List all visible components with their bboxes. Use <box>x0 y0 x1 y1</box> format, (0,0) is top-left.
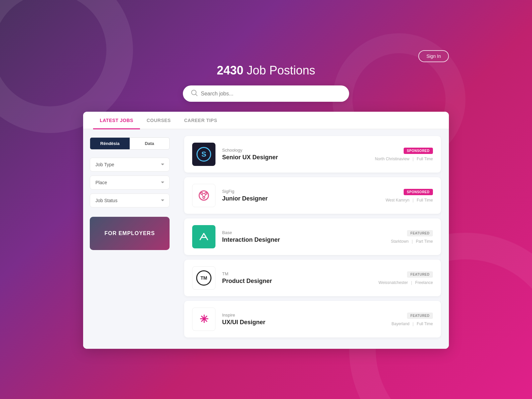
company-logo <box>192 225 215 248</box>
company-logo: S <box>192 143 215 166</box>
svg-point-4 <box>205 193 207 195</box>
svg-line-6 <box>202 195 203 197</box>
tab-career-tips[interactable]: CAREER TIPS <box>178 112 224 129</box>
job-info: Schoology Senior UX Designer <box>222 148 375 161</box>
company-name: Base <box>222 230 391 235</box>
job-card[interactable]: S Schoology Senior UX Designer SPONSORED… <box>184 136 441 173</box>
separator: | <box>413 322 414 326</box>
svg-line-7 <box>204 195 206 197</box>
job-location: Bayerland | Full Time <box>391 322 433 326</box>
job-card[interactable]: ✳ Inspire UX/UI Designer FEATURED Bayerl… <box>184 301 441 337</box>
job-title: UX/UI Designer <box>222 319 391 326</box>
svg-point-5 <box>203 197 205 199</box>
sort-toggle-group: Rëndësia Data <box>90 137 170 150</box>
job-title: Senior UX Designer <box>222 154 375 161</box>
header-section: Sign In 2430 Job Postions <box>83 50 449 112</box>
company-logo: TM <box>192 266 215 290</box>
job-title: Product Designer <box>222 278 378 285</box>
company-logo: ✳ <box>192 308 215 331</box>
svg-point-3 <box>201 193 203 195</box>
job-meta: SPONSORED North Christinaview | Full Tim… <box>375 148 433 161</box>
main-container: Sign In 2430 Job Postions LATEST JOBS CO… <box>83 50 449 349</box>
company-name: Inspire <box>222 313 391 318</box>
job-meta: FEATURED Weissnatchester | Freelance <box>378 271 433 285</box>
tabs-bar: LATEST JOBS COURSES CAREER TIPS <box>83 112 449 129</box>
job-type-filter[interactable]: Job Type Full Time Part Time Freelance <box>90 158 170 172</box>
white-panel: LATEST JOBS COURSES CAREER TIPS Rëndësia… <box>83 112 449 349</box>
job-info: TM Product Designer <box>222 271 378 285</box>
search-input[interactable] <box>201 91 341 97</box>
search-bar <box>183 85 349 102</box>
search-wrapper <box>83 85 449 102</box>
tm-icon: TM <box>196 270 211 286</box>
place-filter[interactable]: Place <box>90 176 170 190</box>
hero-subtitle: Job Postions <box>243 64 315 77</box>
job-badge: FEATURED <box>407 271 433 278</box>
job-meta: FEATURED Bayerland | Full Time <box>391 313 433 326</box>
separator: | <box>411 280 412 285</box>
tab-courses[interactable]: COURSES <box>140 112 178 129</box>
job-location: North Christinaview | Full Time <box>375 157 433 161</box>
hero-title: 2430 Job Postions <box>83 64 449 77</box>
company-logo <box>192 184 215 207</box>
job-badge: FEATURED <box>407 230 433 236</box>
job-location: Weissnatchester | Freelance <box>378 280 433 285</box>
job-count: 2430 <box>217 64 243 77</box>
job-location: West Kamryn | Full Time <box>386 198 433 202</box>
inspire-icon: ✳ <box>200 313 208 326</box>
job-card[interactable]: SigFig Junior Designer SPONSORED West Ka… <box>184 177 441 214</box>
job-card[interactable]: Base Interaction Designer FEATURED Stark… <box>184 218 441 255</box>
job-meta: SPONSORED West Kamryn | Full Time <box>386 189 433 202</box>
job-info: Base Interaction Designer <box>222 230 391 243</box>
sidebar: Rëndësia Data Job Type Full Time Part Ti… <box>83 129 176 349</box>
job-info: Inspire UX/UI Designer <box>222 313 391 326</box>
toggle-relevance[interactable]: Rëndësia <box>90 138 130 149</box>
base-icon <box>197 230 210 243</box>
company-name: TM <box>222 271 378 276</box>
separator: | <box>413 198 414 202</box>
sign-in-button[interactable]: Sign In <box>418 50 449 62</box>
job-title: Interaction Designer <box>222 236 391 243</box>
content-area: Rëndësia Data Job Type Full Time Part Ti… <box>83 129 449 349</box>
employer-card[interactable]: FOR EMPLOYERS <box>90 217 170 250</box>
job-title: Junior Designer <box>222 195 386 202</box>
tab-latest-jobs[interactable]: LATEST JOBS <box>93 112 140 129</box>
job-card[interactable]: TM TM Product Designer FEATURED Weissnat… <box>184 260 441 296</box>
svg-line-1 <box>196 94 198 96</box>
company-name: SigFig <box>222 189 386 194</box>
job-info: SigFig Junior Designer <box>222 189 386 202</box>
separator: | <box>413 157 414 161</box>
job-status-filter[interactable]: Job Status <box>90 194 170 207</box>
search-icon <box>191 89 198 98</box>
sigfig-icon <box>197 189 210 202</box>
employer-card-label: FOR EMPLOYERS <box>104 230 155 236</box>
company-name: Schoology <box>222 148 375 153</box>
separator: | <box>412 239 413 244</box>
jobs-list: S Schoology Senior UX Designer SPONSORED… <box>176 129 449 349</box>
job-badge: FEATURED <box>407 313 433 319</box>
job-badge: SPONSORED <box>404 148 433 154</box>
job-location: Starktown | Part Time <box>391 239 433 244</box>
job-meta: FEATURED Starktown | Part Time <box>391 230 433 244</box>
schoology-icon: S <box>197 147 211 162</box>
job-badge: SPONSORED <box>404 189 433 195</box>
toggle-date[interactable]: Data <box>130 138 169 149</box>
